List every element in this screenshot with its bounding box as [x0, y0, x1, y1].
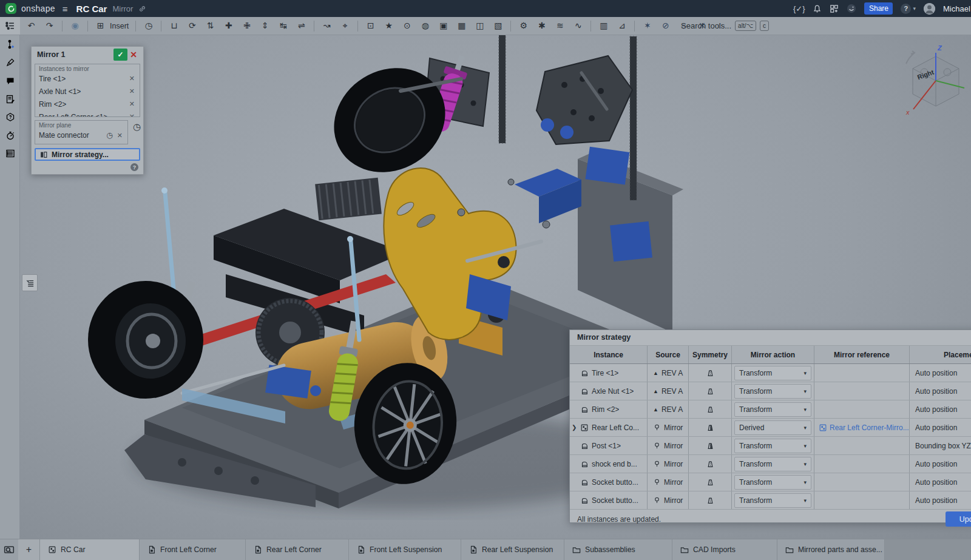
user-name[interactable]: Michael L — [943, 4, 971, 13]
revolute-mate-icon[interactable]: ⟳ — [186, 17, 198, 35]
belt-relation-icon[interactable]: ∿ — [572, 17, 584, 35]
insert-icon[interactable]: ⊞ — [95, 17, 106, 35]
pin-slot-mate-icon[interactable]: ↹ — [277, 17, 289, 35]
remove-plane-icon[interactable]: ✕ — [116, 132, 124, 140]
remove-instance-icon[interactable]: ✕ — [128, 100, 136, 108]
snap-mode-icon[interactable]: ↝ — [321, 17, 333, 35]
share-button[interactable]: Share — [864, 2, 893, 15]
onshape-logo[interactable]: onshape — [5, 3, 55, 14]
mirror-action-select[interactable]: Transform▾ — [734, 402, 811, 417]
tab-cad-imports[interactable]: CAD Imports — [672, 539, 777, 560]
named-positions-icon[interactable]: ◷ — [143, 17, 154, 35]
cancel-button[interactable]: ✕ — [127, 49, 140, 61]
confirm-button[interactable]: ✓ — [113, 49, 127, 61]
instance-list-item[interactable]: Axle Nut <1>✕ — [39, 85, 136, 98]
mirror-reference-link[interactable]: Rear Left Corner-Mirro... — [830, 423, 909, 432]
tab-mirrored-parts-and-asse-[interactable]: Mirrored parts and asse... — [777, 539, 885, 560]
versions-merge-icon[interactable]: {✓} — [793, 4, 805, 13]
instance-list-item[interactable]: Rim <2>✕ — [39, 98, 136, 110]
dialog-help-icon[interactable]: ? — [130, 163, 138, 171]
mirror-strategy-button[interactable]: Mirror strategy... — [35, 148, 140, 161]
manage-tabs-icon[interactable] — [0, 539, 18, 560]
bom-table-icon[interactable]: ▥ — [598, 17, 609, 35]
mirror-tool-icon[interactable]: ◫ — [474, 17, 486, 35]
comments-icon[interactable] — [0, 72, 20, 90]
group-icon[interactable]: ▣ — [438, 17, 449, 35]
performance-icon[interactable] — [0, 126, 20, 144]
instances-to-mirror-box[interactable]: Instances to mirror Tire <1>✕Axle Nut <1… — [35, 64, 140, 117]
tab-rear-left-corner[interactable]: Rear Left Corner — [246, 539, 349, 560]
cylindrical-mate-icon[interactable]: ⇕ — [259, 17, 271, 35]
table-row[interactable]: Rim <2>▲REV ATransform▾Auto position — [570, 400, 971, 419]
mirror-action-select[interactable]: Transform▾ — [734, 366, 811, 380]
replicate-icon[interactable]: ⊡ — [365, 17, 376, 35]
fastened-mate-icon[interactable]: ⊔ — [168, 17, 180, 35]
table-row[interactable]: Tire <1>▲REV ATransform▾Auto position — [570, 364, 971, 382]
help-icon[interactable]: ? — [901, 4, 911, 14]
table-row[interactable]: Post <1>MirrorTransform▾Bounding box YZ — [570, 437, 971, 455]
user-avatar[interactable] — [924, 3, 935, 15]
tab-rc-car[interactable]: RC Car — [40, 539, 140, 560]
notifications-bell-icon[interactable] — [813, 4, 822, 13]
sync-icon[interactable]: ◉ — [69, 17, 81, 35]
view-cube[interactable]: Z x Right — [901, 46, 971, 121]
search-tools-input[interactable]: Search tools... — [681, 21, 731, 30]
app-store-icon[interactable] — [830, 4, 839, 13]
exploded-view-icon[interactable]: ✶ — [641, 17, 653, 35]
mirror-action-select[interactable]: Derived▾ — [734, 420, 811, 435]
tab-front-left-suspension[interactable]: Front Left Suspension — [349, 539, 461, 560]
instance-list-item[interactable]: Tire <1>✕ — [39, 72, 136, 85]
copy-link-icon[interactable] — [138, 5, 146, 13]
appearance-panel-icon[interactable] — [0, 53, 20, 72]
remove-instance-icon[interactable]: ✕ — [128, 87, 136, 95]
instance-tree-toggle[interactable] — [22, 274, 38, 291]
table-row[interactable]: Axle Nut <1>▲REV ATransform▾Auto positio… — [570, 382, 971, 400]
community-icon[interactable] — [847, 4, 856, 13]
planar-mate-icon[interactable]: ✚ — [223, 17, 234, 35]
3d-viewport[interactable]: Z x Right Mirror 1 ✓ ✕ Instances to mirr… — [20, 35, 971, 539]
mate-connector-icon[interactable]: ⌖ — [339, 17, 351, 35]
versions-icon[interactable] — [0, 35, 20, 53]
search-tools[interactable]: Search tools... alt/⌥ c — [681, 17, 769, 35]
redo-icon[interactable]: ↷ — [44, 17, 55, 35]
rack-relation-icon[interactable]: ✱ — [536, 17, 547, 35]
section-view-icon[interactable]: ⊘ — [660, 17, 671, 35]
document-title[interactable]: RC Car — [76, 4, 107, 14]
pattern-icon[interactable]: ▦ — [456, 17, 467, 35]
mirror-action-select[interactable]: Transform▾ — [734, 439, 811, 453]
insert-part-icon[interactable]: ◍ — [419, 17, 431, 35]
gear-relation-icon[interactable]: ⚙ — [518, 17, 529, 35]
select-same-icon[interactable]: ⊙ — [401, 17, 413, 35]
tangent-mate-icon[interactable]: ⇌ — [296, 17, 307, 35]
tab-front-left-corner[interactable]: Front Left Corner — [140, 539, 246, 560]
mirror-action-select[interactable]: Transform▾ — [734, 384, 811, 399]
ball-mate-icon[interactable]: ✙ — [241, 17, 252, 35]
tab-subassemblies[interactable]: Subassemblies — [564, 539, 672, 560]
screw-relation-icon[interactable]: ≋ — [554, 17, 566, 35]
table-row[interactable]: Socket butto...MirrorTransform▾Auto posi… — [570, 491, 971, 510]
mirror-action-select[interactable]: Transform▾ — [734, 457, 811, 471]
mirror-action-select[interactable]: Transform▾ — [734, 493, 811, 508]
tab-rear-left-suspension[interactable]: Rear Left Suspension — [461, 539, 564, 560]
favorites-icon[interactable]: ★ — [383, 17, 394, 35]
table-row[interactable]: ❯Rear Left Co...MirrorDerived▾Rear Left … — [570, 419, 971, 437]
notes-icon[interactable] — [0, 90, 20, 108]
table-row[interactable]: shock end b...MirrorTransform▾Auto posit… — [570, 455, 971, 473]
mirror-plane-box[interactable]: Mirror plane Mate connector ◷ ✕ — [35, 120, 128, 144]
remove-instance-icon[interactable]: ✕ — [128, 113, 136, 117]
mirror-action-select[interactable]: Transform▾ — [734, 475, 811, 490]
bom-icon[interactable] — [0, 144, 20, 163]
new-tab-button[interactable]: + — [18, 539, 40, 560]
table-row[interactable]: Socket butto...MirrorTransform▾Auto posi… — [570, 473, 971, 491]
remove-instance-icon[interactable]: ✕ — [128, 75, 136, 83]
expand-chevron-icon[interactable]: ❯ — [572, 424, 577, 431]
lookup-icon[interactable] — [0, 108, 20, 126]
feature-list-toggle[interactable] — [0, 17, 20, 35]
main-menu-icon[interactable]: ≡ — [63, 4, 68, 14]
mate-connector-button[interactable]: ◷ — [133, 121, 141, 132]
instance-list-item[interactable]: Rear Left Corner <1>✕ — [39, 110, 136, 117]
update-button[interactable]: Update — [946, 511, 971, 527]
derived-icon[interactable]: ▧ — [492, 17, 504, 35]
slider-mate-icon[interactable]: ⇅ — [205, 17, 216, 35]
measure-icon[interactable]: ⊿ — [616, 17, 628, 35]
